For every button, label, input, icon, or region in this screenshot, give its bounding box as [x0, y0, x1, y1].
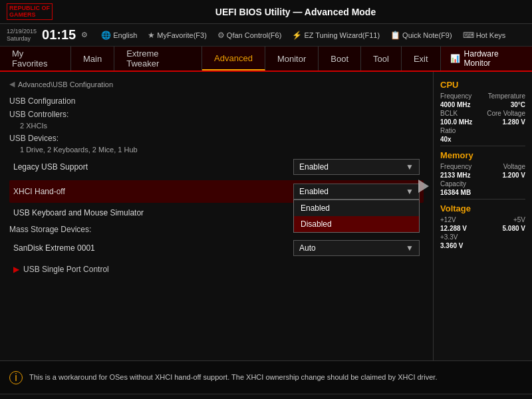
chevron-down-icon-2: ▼: [406, 187, 414, 196]
cpu-temp-label: Temperature: [488, 92, 525, 100]
nav-monitor[interactable]: Monitor: [265, 47, 319, 70]
sandisk-row: SanDisk Extreme 0001 Auto ▼: [9, 237, 424, 259]
v5-label: +5V: [513, 216, 525, 223]
info-text: This is a workaround for OSes without XH…: [29, 372, 437, 382]
mem-voltage-value: 1.200 V: [503, 172, 525, 179]
hot-keys-button[interactable]: ⌨ Hot Keys: [463, 31, 506, 40]
nav-advanced[interactable]: Advanced: [202, 47, 265, 70]
nav-exit[interactable]: Exit: [402, 47, 441, 70]
legacy-usb-label: Legacy USB Support: [13, 162, 293, 172]
option-enabled[interactable]: Enabled: [294, 200, 419, 216]
legacy-usb-dropdown[interactable]: Enabled ▼: [293, 159, 420, 175]
usb-controllers-header: USB Controllers:: [9, 110, 424, 119]
hw-monitor-tab[interactable]: 📊 Hardware Monitor: [441, 47, 532, 70]
fan-icon: ⚙: [217, 31, 225, 40]
cpu-section-title: CPU: [440, 80, 525, 90]
cpu-frequency-row: Frequency Temperature: [440, 92, 525, 100]
bclk-label: BCLK: [440, 110, 458, 117]
time-display: 01:15: [42, 27, 76, 43]
chevron-down-icon: ▼: [406, 162, 414, 172]
keyboard-icon: ⌨: [463, 31, 474, 40]
cursor-indicator: [418, 180, 429, 193]
info-icon: i: [9, 371, 23, 384]
memory-divider: [440, 199, 525, 200]
header-top: REPUBLIC OF GAMERS UEFI BIOS Utility — A…: [0, 0, 532, 24]
nav-tool[interactable]: Tool: [361, 47, 402, 70]
breadcrumb: ◀ Advanced\USB Configuration: [9, 77, 424, 91]
usb-config-header: USB Configuration: [9, 96, 424, 106]
mem-freq-row-value: 2133 MHz 1.200 V: [440, 172, 525, 179]
usb-devices-value: 1 Drive, 2 Keyboards, 2 Mice, 1 Hub: [9, 146, 424, 154]
v12-row-label: +12V +5V: [440, 216, 525, 223]
xhci-handoff-row: XHCI Hand-off Enabled ▼ Enabled Disabled: [9, 180, 424, 203]
cpu-temp-value: 30°C: [511, 101, 525, 108]
myfavorite-button[interactable]: ★ MyFavorite(F3): [148, 31, 207, 40]
ratio-label: Ratio: [440, 127, 456, 134]
time-bar: 12/19/2015 Saturday 01:15 ⚙ 🌐 English ★ …: [0, 24, 532, 47]
cpu-divider: [440, 146, 525, 146]
xhci-handoff-menu: Enabled Disabled: [293, 200, 420, 233]
bios-title: UEFI BIOS Utility — Advanced Mode: [66, 7, 525, 17]
core-voltage-value: 1.280 V: [503, 118, 525, 126]
nav-boot[interactable]: Boot: [319, 47, 361, 70]
voltage-section-title: Voltage: [440, 203, 525, 213]
expand-arrow-icon: ▶: [13, 265, 19, 274]
v33-row-value: 3.360 V: [440, 242, 525, 249]
wizard-icon: ⚡: [292, 31, 302, 40]
left-content: ◀ Advanced\USB Configuration USB Configu…: [0, 72, 434, 360]
mem-freq-value: 2133 MHz: [440, 172, 471, 179]
memory-section-title: Memory: [440, 150, 525, 160]
nav-my-favorites[interactable]: My Favorites: [0, 47, 71, 70]
date-display: 12/19/2015 Saturday: [7, 28, 37, 43]
v12-row-value: 12.288 V 5.080 V: [440, 225, 525, 232]
mem-cap-row-label: Capacity: [440, 180, 525, 188]
v33-value: 3.360 V: [440, 242, 463, 249]
ratio-row-value: 40x: [440, 136, 525, 143]
ez-tuning-button[interactable]: ⚡ EZ Tuning Wizard(F11): [292, 31, 380, 40]
time-settings-icon[interactable]: ⚙: [81, 31, 88, 39]
sandisk-select[interactable]: Auto ▼: [293, 240, 420, 256]
logo: REPUBLIC OF GAMERS: [7, 3, 53, 21]
bclk-row-label: BCLK Core Voltage: [440, 110, 525, 117]
back-arrow-icon[interactable]: ◀: [9, 80, 15, 88]
globe-icon: 🌐: [101, 31, 111, 40]
nav-extreme-tweaker[interactable]: Extreme Tweaker: [114, 47, 202, 70]
hw-monitor-panel: CPU Frequency Temperature 4000 MHz 30°C …: [434, 72, 532, 360]
usb-controllers-value: 2 XHCIs: [9, 122, 424, 130]
ratio-value: 40x: [440, 136, 452, 143]
chevron-down-icon-3: ▼: [406, 243, 414, 253]
legacy-usb-select[interactable]: Enabled ▼: [293, 159, 420, 175]
usb-devices-header: USB Devices:: [9, 134, 424, 143]
monitor-icon: 📊: [450, 54, 460, 63]
sandisk-label: SanDisk Extreme 0001: [13, 243, 293, 253]
cpu-freq-label: Frequency: [440, 92, 471, 100]
cpu-frequency-value-row: 4000 MHz 30°C: [440, 101, 525, 108]
star-icon: ★: [148, 31, 155, 40]
v12-label: +12V: [440, 216, 456, 223]
bclk-value: 100.0 MHz: [440, 118, 472, 126]
mem-voltage-label: Voltage: [503, 163, 525, 170]
option-disabled[interactable]: Disabled: [294, 216, 419, 232]
mem-freq-label: Frequency: [440, 163, 471, 170]
footer: Version 2.17.1246. Copyright (C) 2015 Am…: [0, 394, 532, 399]
nav-main[interactable]: Main: [71, 47, 114, 70]
v33-label: +3.3V: [440, 233, 458, 241]
mem-freq-row-label: Frequency Voltage: [440, 163, 525, 170]
xhci-handoff-select[interactable]: Enabled ▼: [293, 184, 420, 200]
quick-note-button[interactable]: 📋 Quick Note(F9): [390, 31, 452, 40]
xhci-handoff-dropdown-container[interactable]: Enabled ▼ Enabled Disabled: [293, 184, 420, 200]
qfan-button[interactable]: ⚙ Qfan Control(F6): [217, 31, 282, 40]
main-area: ◀ Advanced\USB Configuration USB Configu…: [0, 72, 532, 360]
cpu-freq-value: 4000 MHz: [440, 101, 471, 108]
ratio-row-label: Ratio: [440, 127, 525, 134]
xhci-handoff-label: XHCI Hand-off: [13, 187, 293, 196]
mem-cap-row-value: 16384 MB: [440, 189, 525, 196]
date-time-area: 12/19/2015 Saturday 01:15 ⚙: [7, 27, 88, 43]
language-button[interactable]: 🌐 English: [101, 31, 137, 40]
v5-value: 5.080 V: [503, 225, 525, 232]
usb-single-port-row[interactable]: ▶ USB Single Port Control: [9, 261, 424, 277]
mem-capacity-label: Capacity: [440, 180, 466, 188]
logo-area: REPUBLIC OF GAMERS: [7, 3, 53, 21]
usb-single-port-label: USB Single Port Control: [23, 265, 109, 274]
sandisk-dropdown[interactable]: Auto ▼: [293, 240, 420, 256]
